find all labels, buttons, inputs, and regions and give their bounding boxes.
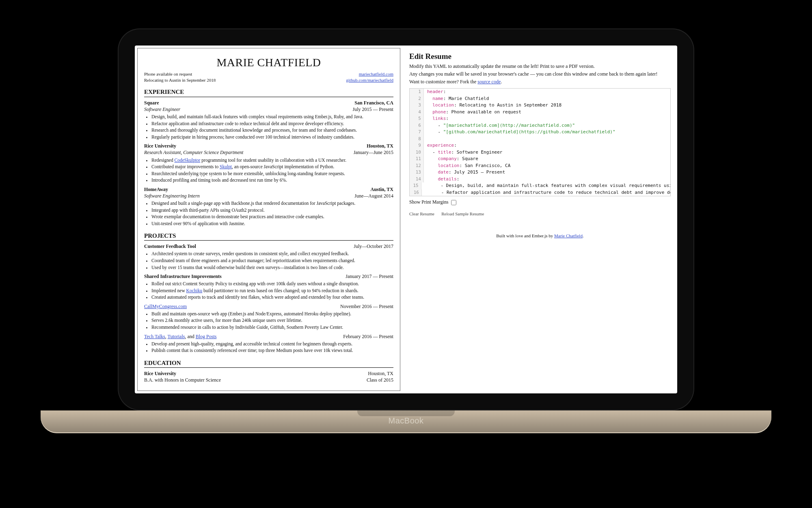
bullet: Architected system to create surveys, re… bbox=[151, 251, 393, 257]
credit-line: Built with love and Ember.js by Marie Ch… bbox=[409, 233, 671, 238]
bullet: Recommended resource in calls to action … bbox=[151, 324, 393, 331]
entry-link[interactable]: Tech Talks bbox=[144, 334, 165, 339]
code-line[interactable]: experience: bbox=[424, 142, 457, 149]
bullet: Rolled out strict Content Security Polic… bbox=[151, 281, 393, 287]
credit-link[interactable]: Marie Chatfield bbox=[554, 233, 583, 238]
yaml-editor[interactable]: 1header:2 name: Marie Chatfield3 locatio… bbox=[409, 88, 671, 196]
resume-entry: HomeAwayAustin, TXSoftware Engineering I… bbox=[144, 186, 393, 227]
show-margins-checkbox[interactable] bbox=[451, 200, 456, 205]
line-number: 1 bbox=[410, 89, 424, 96]
editor-help-1: Modify this YAML to automatically update… bbox=[409, 63, 671, 69]
bullet: Used by over 15 teams that would otherwi… bbox=[151, 265, 393, 271]
code-line[interactable]: - "[github.com/mariechatfield](https://g… bbox=[424, 129, 615, 136]
resume-entry: Customer Feedback ToolJuly—October 2017A… bbox=[144, 243, 393, 271]
line-number: 7 bbox=[410, 129, 424, 136]
reload-sample-button[interactable]: Reload Sample Resume bbox=[441, 211, 484, 216]
resume-link-site[interactable]: mariechatfield.com bbox=[359, 72, 393, 76]
resume-location: Relocating to Austin in September 2018 bbox=[144, 77, 216, 83]
entry-link[interactable]: Blog Posts bbox=[196, 334, 217, 339]
line-number: 8 bbox=[410, 136, 424, 143]
code-line[interactable]: location: San Francisco, CA bbox=[424, 163, 510, 169]
line-number: 3 bbox=[410, 102, 424, 109]
editor-title: Edit Resume bbox=[409, 52, 671, 61]
code-line[interactable]: date: July 2015 — Present bbox=[424, 169, 505, 176]
clear-resume-button[interactable]: Clear Resume bbox=[409, 211, 434, 216]
resume-name: MARIE CHATFIELD bbox=[144, 55, 393, 70]
link-skulpt[interactable]: Skulpt bbox=[220, 164, 232, 169]
bullet: Unit-tested over 90% of application with… bbox=[151, 221, 393, 227]
line-number: 11 bbox=[410, 156, 424, 163]
edu-year: Class of 2015 bbox=[367, 377, 393, 383]
code-line[interactable]: phone: Phone available on request bbox=[424, 109, 521, 116]
resume-entry: SquareSan Francisco, CASoftware Engineer… bbox=[144, 100, 393, 140]
laptop-shadow bbox=[41, 433, 771, 444]
resume-entry: Shared Infrastructure ImprovementsJanuar… bbox=[144, 273, 393, 301]
edu-loc: Houston, TX bbox=[368, 370, 393, 377]
bullet: Built and maintain open-source web app (… bbox=[151, 311, 393, 317]
resume-phone: Phone available on request bbox=[144, 71, 216, 77]
laptop-brand: MacBook bbox=[389, 416, 424, 426]
code-line[interactable]: - "[mariechatfield.com](http://mariechat… bbox=[424, 122, 575, 129]
bullet: Publish content that is consistently ref… bbox=[151, 347, 393, 354]
laptop-frame: MARIE CHATFIELD Phone available on reque… bbox=[118, 28, 694, 410]
resume-entry: CallMyCongress.comNovember 2016 — Presen… bbox=[144, 303, 393, 331]
resume-entry: Tech Talks, Tutorials, and Blog PostsFeb… bbox=[144, 333, 393, 354]
code-line[interactable]: header: bbox=[424, 89, 446, 96]
bullet: Created automated reports to track and i… bbox=[151, 294, 393, 301]
section-projects: PROJECTS bbox=[144, 232, 393, 241]
bullet: Regularly participate in hiring process;… bbox=[151, 134, 393, 141]
code-line[interactable]: company: Square bbox=[424, 156, 478, 163]
code-line[interactable]: - Refactor application and infrastructur… bbox=[422, 189, 670, 196]
editor-help-3: Want to customize more? Fork the source … bbox=[409, 79, 671, 85]
link-codeskulptor[interactable]: CodeSkulptor bbox=[175, 158, 201, 163]
bullet: Research and thoroughly document institu… bbox=[151, 127, 393, 134]
entry-link[interactable]: CallMyCongress.com bbox=[144, 304, 187, 309]
bullet: Integrated app with third-party APIs usi… bbox=[151, 207, 393, 214]
edu-degree: B.A. with Honors in Computer Science bbox=[144, 377, 221, 383]
line-number: 14 bbox=[410, 176, 424, 183]
line-number: 9 bbox=[410, 142, 424, 149]
screen: MARIE CHATFIELD Phone available on reque… bbox=[135, 46, 677, 393]
code-line[interactable]: - title: Software Engineer bbox=[424, 149, 502, 156]
line-number: 2 bbox=[410, 96, 424, 102]
section-experience: EXPERIENCE bbox=[144, 88, 393, 97]
source-code-link[interactable]: source code bbox=[477, 79, 501, 85]
line-number: 13 bbox=[410, 169, 424, 176]
resume-entry: Rice UniversityHouston, TXResearch Assis… bbox=[144, 143, 393, 183]
resume-link-github[interactable]: github.com/mariechatfield bbox=[346, 78, 393, 82]
link-kochiku[interactable]: Kochiku bbox=[186, 288, 203, 293]
line-number: 10 bbox=[410, 149, 424, 156]
line-number: 5 bbox=[410, 115, 424, 122]
entry-link[interactable]: Tutorials bbox=[168, 334, 185, 339]
bullet: Wrote exemplar documentation to demonstr… bbox=[151, 214, 393, 220]
bullet: Implemented new Kochiku build partitione… bbox=[151, 288, 393, 294]
line-number: 15 bbox=[410, 182, 421, 189]
line-number: 6 bbox=[410, 122, 424, 129]
bullet: Coordinated team of three engineers and … bbox=[151, 258, 393, 264]
editor-panel: Edit Resume Modify this YAML to automati… bbox=[403, 46, 677, 393]
edu-org: Rice University bbox=[144, 370, 176, 377]
code-line[interactable]: links: bbox=[424, 115, 449, 122]
bullet: Develop and present high-quality, engagi… bbox=[151, 341, 393, 347]
code-line[interactable]: name: Marie Chatfield bbox=[424, 96, 489, 102]
resume-preview: MARIE CHATFIELD Phone available on reque… bbox=[137, 48, 400, 391]
code-line[interactable]: - Design, build, and maintain full-stack… bbox=[421, 182, 670, 189]
line-number: 4 bbox=[410, 109, 424, 116]
show-margins-label: Show Print Margins bbox=[409, 199, 448, 205]
bullet: Design, build, and maintain full-stack f… bbox=[151, 114, 393, 120]
bullet: Rearchitected underlying type system to … bbox=[151, 171, 393, 177]
bullet: Redesigned CodeSkulptor programming tool… bbox=[151, 157, 393, 164]
bullet: Refactor application and infrastructure … bbox=[151, 121, 393, 127]
bullet: Introduced profiling and timing tools an… bbox=[151, 177, 393, 184]
line-number: 12 bbox=[410, 163, 424, 169]
line-number: 16 bbox=[410, 189, 422, 196]
bullet: Designed and built a single-page app wit… bbox=[151, 200, 393, 207]
bullet: Contributed major improvements to Skulpt… bbox=[151, 164, 393, 170]
code-line[interactable]: location: Relocating to Austin in Septem… bbox=[424, 102, 561, 109]
section-education: EDUCATION bbox=[144, 359, 393, 368]
editor-help-2: Any changes you make will be saved in yo… bbox=[409, 71, 671, 77]
code-line[interactable] bbox=[424, 136, 427, 143]
code-line[interactable]: details: bbox=[424, 176, 459, 183]
bullet: Serves 2.6k monthly active users, for mo… bbox=[151, 317, 393, 324]
